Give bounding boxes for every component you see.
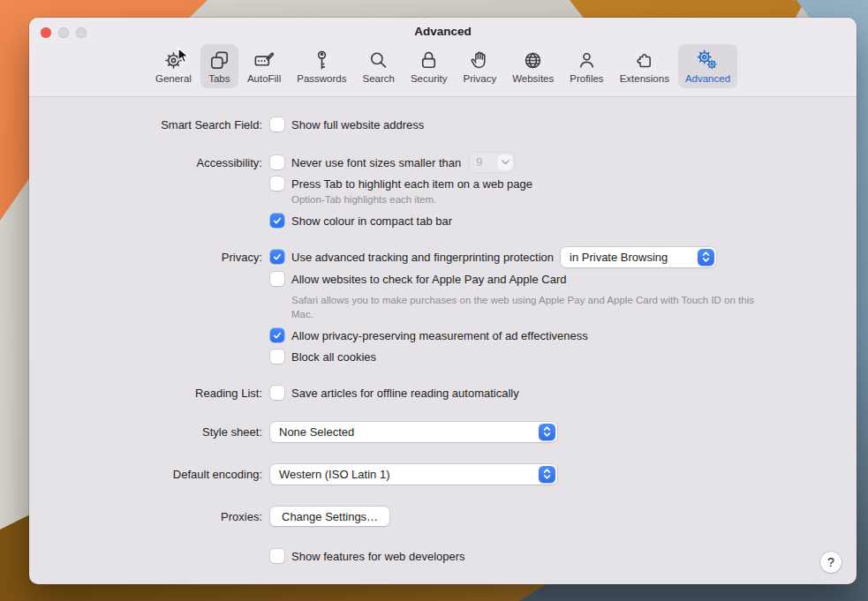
tab-websites[interactable]: Websites [505,44,561,88]
tab-advanced[interactable]: Advanced [678,44,737,88]
accessibility-row: Accessibility: Never use font sizes smal… [29,152,857,173]
tab-profiles[interactable]: Profiles [562,44,610,88]
chevron-up-down-icon [698,249,714,266]
safari-settings-window: Advanced General Tabs [29,18,857,584]
apple-pay-note: Safari allows you to make purchases on t… [291,293,773,321]
help-button[interactable]: ? [820,552,842,573]
key-icon [310,49,334,72]
chevron-up-down-icon [539,466,555,483]
window-chrome: Advanced General Tabs [29,18,857,97]
developer-row: Show features for web developers [29,545,857,567]
settings-content: Smart Search Field: Show full website ad… [29,97,857,567]
proxies-row: Proxies: Change Settings… [29,505,857,528]
offline-reading-label[interactable]: Save articles for offline reading automa… [291,387,519,400]
web-developer-checkbox[interactable] [270,549,284,563]
privacy-tracking-row: Privacy: Use advanced tracking and finge… [29,245,857,268]
lock-icon [417,49,441,72]
style-sheet-row: Style sheet: None Selected [29,420,857,443]
tab-label: General [155,73,192,85]
block-cookies-label[interactable]: Block all cookies [291,350,376,364]
tab-search[interactable]: Search [355,44,401,88]
offline-reading-checkbox[interactable] [270,386,284,400]
default-encoding-dropdown[interactable]: Western (ISO Latin 1) [270,464,557,485]
tab-label: Profiles [570,73,603,85]
tracking-protection-label[interactable]: Use advanced tracking and fingerprinting… [291,251,554,264]
gears-icon [696,49,720,72]
puzzle-icon [632,49,656,72]
window-title: Advanced [29,25,857,38]
show-colour-row: Show colour in compact tab bar [29,210,857,231]
ad-measurement-label[interactable]: Allow privacy-preserving measurement of … [291,329,588,342]
tab-label: Search [362,73,394,85]
tab-autofill[interactable]: AutoFill [240,44,288,88]
style-sheet-value: None Selected [279,425,354,439]
default-encoding-row: Default encoding: Western (ISO Latin 1) [29,462,857,485]
apple-pay-checkbox[interactable] [270,272,284,286]
settings-toolbar: General Tabs [29,44,857,88]
tab-label: Passwords [297,73,346,85]
ad-measurement-row: Allow privacy-preserving measurement of … [29,325,857,346]
tab-label: Extensions [620,73,669,85]
tab-label: AutoFill [247,73,281,85]
private-browsing-dropdown[interactable]: in Private Browsing [561,247,716,267]
tab-extensions[interactable]: Extensions [613,44,676,88]
globe-icon [521,49,545,72]
show-colour-label[interactable]: Show colour in compact tab bar [291,214,452,228]
person-icon [575,49,599,72]
tab-security[interactable]: Security [404,44,455,88]
font-size-dropdown[interactable]: 9 [470,153,515,172]
never-font-size-label[interactable]: Never use font sizes smaller than [291,156,461,169]
tab-label: Websites [512,73,554,85]
proxies-label: Proxies: [29,510,262,523]
show-colour-checkbox[interactable] [270,214,284,228]
autofill-icon [253,49,276,72]
ad-measurement-checkbox[interactable] [270,328,284,342]
help-label: ? [827,555,834,569]
block-cookies-checkbox[interactable] [270,349,284,364]
default-encoding-label: Default encoding: [29,468,262,481]
tab-label: Advanced [685,73,730,85]
style-sheet-label: Style sheet: [29,425,262,439]
tab-tabs[interactable]: Tabs [200,44,238,88]
desktop-wallpaper: Advanced General Tabs [0,0,868,601]
chevron-down-icon [497,154,513,170]
accessibility-label: Accessibility: [29,156,262,169]
tab-label: Tabs [208,73,230,85]
font-size-value: 9 [476,156,482,169]
magnifier-icon [366,49,390,72]
show-full-address-label[interactable]: Show full website address [291,118,424,131]
chevron-up-down-icon [539,424,555,440]
press-tab-note: Option-Tab highlights each item. [291,192,773,207]
reading-list-label: Reading List: [29,387,262,400]
reading-list-row: Reading List: Save articles for offline … [29,382,857,403]
web-developer-label[interactable]: Show features for web developers [291,550,465,563]
tracking-protection-checkbox[interactable] [270,250,284,264]
never-font-size-checkbox[interactable] [270,155,284,169]
tab-general[interactable]: General [148,44,199,88]
hand-icon [468,49,492,72]
press-tab-row: Press Tab to highlight each item on a we… [29,173,857,194]
privacy-label: Privacy: [29,251,262,264]
tab-privacy[interactable]: Privacy [456,44,503,88]
apple-pay-row: Allow websites to check for Apple Pay an… [29,268,857,289]
private-browsing-value: in Private Browsing [570,251,668,264]
tab-passwords[interactable]: Passwords [290,44,353,88]
press-tab-checkbox[interactable] [270,177,284,191]
show-full-address-checkbox[interactable] [270,117,284,131]
style-sheet-dropdown[interactable]: None Selected [270,422,557,442]
tab-label: Security [411,73,448,85]
change-settings-button[interactable]: Change Settings… [270,507,389,526]
smart-search-row: Smart Search Field: Show full website ad… [29,114,857,135]
gear-icon [162,49,185,72]
apple-pay-label[interactable]: Allow websites to check for Apple Pay an… [291,273,566,286]
default-encoding-value: Western (ISO Latin 1) [279,468,389,481]
press-tab-label[interactable]: Press Tab to highlight each item on a we… [291,177,532,191]
tab-label: Privacy [463,73,496,85]
tabs-icon [208,49,231,72]
smart-search-label: Smart Search Field: [29,118,262,131]
block-cookies-row: Block all cookies [29,346,857,367]
